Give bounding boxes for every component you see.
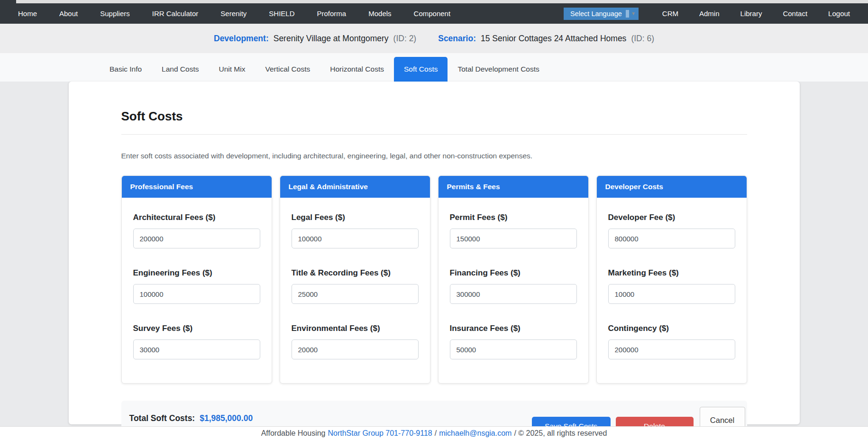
card-developer-costs: Developer Costs Developer Fee ($) Market… xyxy=(596,175,747,384)
permit-fees-input[interactable] xyxy=(450,229,577,248)
nav-item-irr-calculator[interactable]: IRR Calculator xyxy=(152,9,199,18)
development-label: Development: xyxy=(214,34,269,44)
environmental-fees-input[interactable] xyxy=(292,339,419,359)
nav-item-serenity[interactable]: Serenity xyxy=(220,9,247,18)
field-legal-fees: Legal Fees ($) xyxy=(292,213,419,248)
nav-item-library[interactable]: Library xyxy=(740,9,762,18)
field-insurance-fees: Insurance Fees ($) xyxy=(450,324,577,359)
field-engineering-fees: Engineering Fees ($) xyxy=(133,268,260,304)
title-divider xyxy=(121,134,747,135)
permit-fees-label: Permit Fees ($) xyxy=(450,213,577,222)
total-soft-costs-label: Total Soft Costs: xyxy=(129,413,195,423)
field-marketing-fees: Marketing Fees ($) xyxy=(608,268,735,304)
tab-soft-costs[interactable]: Soft Costs xyxy=(394,57,448,82)
card-body-legal-administrative: Legal Fees ($) Title & Recording Fees ($… xyxy=(280,198,430,383)
page-footer: Affordable Housing NorthStar Group 701-7… xyxy=(0,426,868,440)
survey-fees-input[interactable] xyxy=(133,339,260,359)
marketing-fees-input[interactable] xyxy=(608,284,735,304)
tab-unit-mix[interactable]: Unit Mix xyxy=(209,57,255,82)
scenario-label: Scenario: xyxy=(438,34,476,44)
scenario-id: (ID: 6) xyxy=(631,34,654,44)
nav-item-crm[interactable]: CRM xyxy=(662,9,678,18)
contingency-input[interactable] xyxy=(608,339,735,359)
engineering-fees-label: Engineering Fees ($) xyxy=(133,268,260,278)
card-professional-fees: Professional Fees Architectural Fees ($)… xyxy=(121,175,272,384)
title-recording-fees-input[interactable] xyxy=(292,284,419,304)
field-developer-fee: Developer Fee ($) xyxy=(608,213,735,248)
architectural-fees-input[interactable] xyxy=(133,229,260,248)
top-navbar: Home About Suppliers IRR Calculator Sere… xyxy=(0,0,868,24)
card-header-developer-costs: Developer Costs xyxy=(597,176,747,198)
tab-land-costs[interactable]: Land Costs xyxy=(152,57,209,82)
card-body-permits-fees: Permit Fees ($) Financing Fees ($) Insur… xyxy=(439,198,588,383)
card-body-developer-costs: Developer Fee ($) Marketing Fees ($) Con… xyxy=(597,198,747,383)
page-description: Enter soft costs associated with develop… xyxy=(121,152,747,160)
insurance-fees-label: Insurance Fees ($) xyxy=(450,324,577,333)
legal-fees-input[interactable] xyxy=(292,229,419,248)
development-name: Serenity Village at Montgomery xyxy=(274,34,389,44)
nav-item-suppliers[interactable]: Suppliers xyxy=(100,9,130,18)
engineering-fees-input[interactable] xyxy=(133,284,260,304)
marketing-fees-label: Marketing Fees ($) xyxy=(608,268,735,278)
card-legal-administrative: Legal & Administrative Legal Fees ($) Ti… xyxy=(280,175,430,384)
card-permits-fees: Permits & Fees Permit Fees ($) Financing… xyxy=(438,175,589,384)
nav-item-proforma[interactable]: Proforma xyxy=(317,9,347,18)
card-header-professional-fees: Professional Fees xyxy=(122,176,272,198)
tab-total-development-costs[interactable]: Total Development Costs xyxy=(448,57,549,82)
field-contingency: Contingency ($) xyxy=(608,324,735,359)
language-scrollbar-strip xyxy=(626,10,629,18)
financing-fees-input[interactable] xyxy=(450,284,577,304)
footer-prefix: Affordable Housing xyxy=(261,429,326,438)
tab-basic-info[interactable]: Basic Info xyxy=(100,57,152,82)
contingency-label: Contingency ($) xyxy=(608,324,735,333)
nav-item-shield[interactable]: SHIELD xyxy=(269,9,294,18)
tab-vertical-costs[interactable]: Vertical Costs xyxy=(255,57,320,82)
field-title-recording-fees: Title & Recording Fees ($) xyxy=(292,268,419,304)
card-header-legal-administrative: Legal & Administrative xyxy=(280,176,430,198)
title-recording-fees-label: Title & Recording Fees ($) xyxy=(292,268,419,278)
footer-suffix: / © 2025, all rights reserved xyxy=(514,429,607,438)
footer-company-link[interactable]: NorthStar Group 701-770-9118 xyxy=(328,429,432,438)
financing-fees-label: Financing Fees ($) xyxy=(450,268,577,278)
top-strip xyxy=(16,0,868,3)
total-soft-costs: Total Soft Costs: $1,985,000.00 xyxy=(129,413,253,423)
nav-left-group: Home About Suppliers IRR Calculator Sere… xyxy=(18,9,450,18)
nav-item-component[interactable]: Component xyxy=(414,9,451,18)
select-language-dropdown[interactable]: Select Language ▼ xyxy=(564,8,639,20)
soft-costs-panel: Soft Costs Enter soft costs associated w… xyxy=(69,82,800,424)
survey-fees-label: Survey Fees ($) xyxy=(133,324,260,333)
developer-fee-label: Developer Fee ($) xyxy=(608,213,735,222)
nav-right-group: Select Language ▼ CRM Admin Library Cont… xyxy=(564,8,850,20)
context-bar: Development: Serenity Village at Montgom… xyxy=(0,24,868,53)
card-header-permits-fees: Permits & Fees xyxy=(439,176,588,198)
tab-horizontal-costs[interactable]: Horizontal Costs xyxy=(320,57,394,82)
environmental-fees-label: Environmental Fees ($) xyxy=(292,324,419,333)
field-environmental-fees: Environmental Fees ($) xyxy=(292,324,419,359)
insurance-fees-input[interactable] xyxy=(450,339,577,359)
development-id: (ID: 2) xyxy=(393,34,417,44)
nav-item-about[interactable]: About xyxy=(59,9,78,18)
total-soft-costs-value: $1,985,000.00 xyxy=(200,413,253,423)
page-title: Soft Costs xyxy=(121,109,747,124)
footer-email-link[interactable]: michaelh@nsgia.com xyxy=(439,429,512,438)
architectural-fees-label: Architectural Fees ($) xyxy=(133,213,260,222)
select-language-label: Select Language xyxy=(570,10,622,18)
developer-fee-input[interactable] xyxy=(608,229,735,248)
nav-item-admin[interactable]: Admin xyxy=(699,9,720,18)
nav-item-models[interactable]: Models xyxy=(368,9,391,18)
cost-cards-row: Professional Fees Architectural Fees ($)… xyxy=(121,175,747,384)
legal-fees-label: Legal Fees ($) xyxy=(292,213,419,222)
chevron-down-icon: ▼ xyxy=(631,11,636,16)
nav-item-contact[interactable]: Contact xyxy=(783,9,807,18)
field-architectural-fees: Architectural Fees ($) xyxy=(133,213,260,248)
footer-separator: / xyxy=(435,429,437,438)
field-financing-fees: Financing Fees ($) xyxy=(450,268,577,304)
card-body-professional-fees: Architectural Fees ($) Engineering Fees … xyxy=(122,198,272,383)
nav-item-home[interactable]: Home xyxy=(18,9,37,18)
scenario-name: 15 Senior Cottages 24 Attached Homes xyxy=(481,34,626,44)
field-permit-fees: Permit Fees ($) xyxy=(450,213,577,248)
nav-item-logout[interactable]: Logout xyxy=(828,9,850,18)
field-survey-fees: Survey Fees ($) xyxy=(133,324,260,359)
section-tabs: Basic Info Land Costs Unit Mix Vertical … xyxy=(0,53,868,82)
